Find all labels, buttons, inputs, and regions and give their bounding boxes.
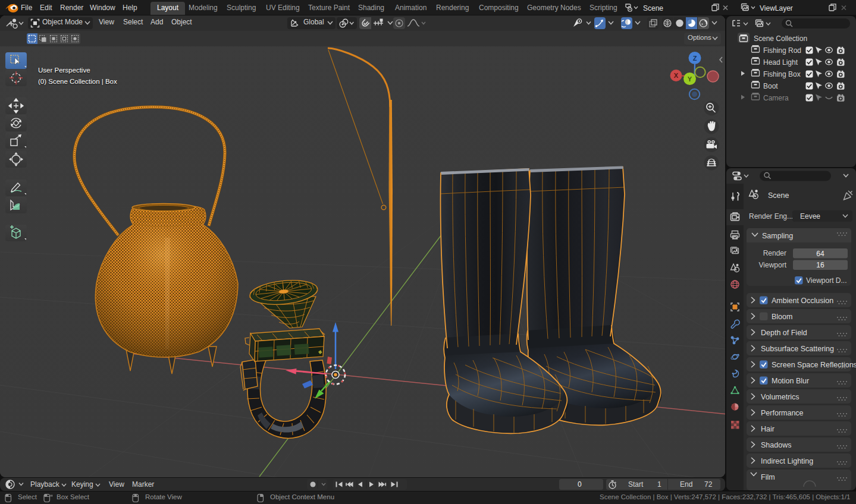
svg-text:Head Light: Head Light xyxy=(763,58,798,67)
svg-text:Eevee: Eevee xyxy=(800,212,820,220)
svg-text:Motion Blur: Motion Blur xyxy=(772,377,809,385)
svg-text:Fishing Rod: Fishing Rod xyxy=(763,46,801,55)
svg-text:Y: Y xyxy=(688,75,692,83)
svg-text:64: 64 xyxy=(816,250,824,258)
svg-text:Performance: Performance xyxy=(761,409,804,417)
svg-text:ViewLayer: ViewLayer xyxy=(760,4,793,12)
svg-text:Hair: Hair xyxy=(761,425,775,433)
svg-text:Boot: Boot xyxy=(763,82,778,90)
svg-text:Sampling: Sampling xyxy=(762,232,793,240)
svg-text:16: 16 xyxy=(816,261,824,269)
svg-text:X: X xyxy=(674,72,679,79)
svg-text:Ambient Occlusion: Ambient Occlusion xyxy=(772,297,833,305)
svg-text:Scene Collection: Scene Collection xyxy=(754,34,807,43)
svg-text:Shadows: Shadows xyxy=(761,441,791,449)
svg-text:Screen Space Reflections: Screen Space Reflections xyxy=(772,361,856,369)
svg-text:Z: Z xyxy=(693,55,697,62)
svg-text:Viewport: Viewport xyxy=(759,261,787,269)
svg-text:Indirect Lighting: Indirect Lighting xyxy=(761,457,813,465)
svg-text:Film: Film xyxy=(761,473,775,481)
svg-text:Volumetrics: Volumetrics xyxy=(761,393,799,401)
svg-text:Depth of Field: Depth of Field xyxy=(761,329,807,337)
svg-text:Render: Render xyxy=(763,249,786,257)
svg-text:Fishing Box: Fishing Box xyxy=(763,70,801,78)
svg-text:Viewport D...: Viewport D... xyxy=(806,276,846,285)
svg-text:Scene: Scene xyxy=(643,4,663,12)
svg-text:Camera: Camera xyxy=(763,94,789,102)
svg-text:Subsurface Scattering: Subsurface Scattering xyxy=(761,345,834,353)
svg-text:Render Eng...: Render Eng... xyxy=(749,212,793,220)
svg-text:Bloom: Bloom xyxy=(772,313,792,321)
svg-text:Scene: Scene xyxy=(768,191,789,200)
